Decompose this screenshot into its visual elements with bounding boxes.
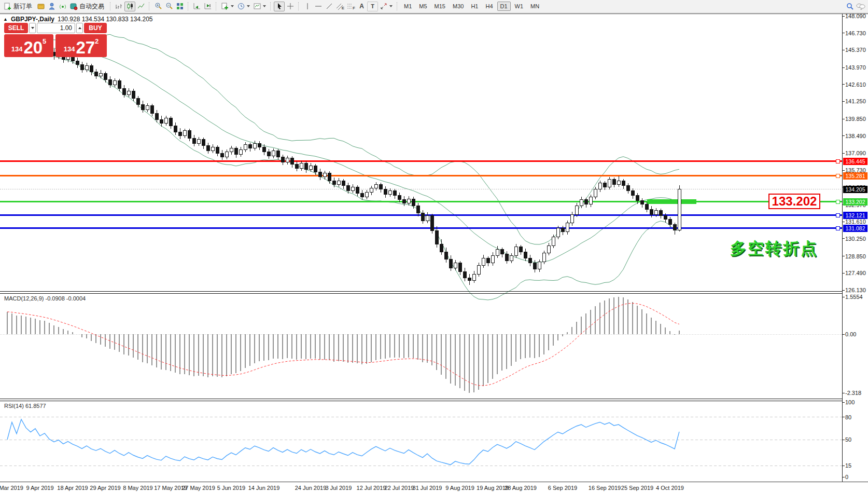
fibonacci-icon[interactable]: F — [345, 2, 356, 11]
date-label: 24 Jun 2019 — [295, 485, 327, 491]
candle-body — [566, 223, 569, 232]
candle-body — [412, 199, 415, 206]
candle-body — [379, 184, 382, 189]
candle-body — [183, 131, 186, 136]
bar-chart-icon[interactable] — [114, 2, 124, 11]
chat-icon[interactable] — [855, 2, 866, 11]
auto-trading-label[interactable]: 自动交易 — [79, 2, 104, 11]
price-tick-label: 141.250 — [845, 98, 866, 104]
signals-icon[interactable] — [57, 2, 68, 11]
text-glyph: A — [359, 3, 364, 9]
arrows-icon[interactable] — [378, 2, 389, 11]
timeframe-m5[interactable]: M5 — [416, 2, 430, 11]
macd-label: MACD(12,26,9) -0.0908 -0.0004 — [4, 295, 86, 302]
one-click-trade-panel: SELL 1.00 BUY 134 20 5 134 27 2 — [4, 23, 107, 57]
thick-trend-segment[interactable] — [647, 199, 696, 204]
candle-body — [500, 249, 503, 254]
timeframe-h1[interactable]: H1 — [468, 2, 481, 11]
timeframe-m30[interactable]: M30 — [450, 2, 467, 11]
volume-decrease-button[interactable] — [29, 23, 36, 33]
candle-body — [118, 81, 121, 88]
candle-body — [99, 73, 102, 76]
timeframe-mn[interactable]: MN — [527, 2, 542, 11]
search-icon[interactable] — [844, 2, 855, 11]
candle-body — [365, 193, 368, 197]
candle-body — [491, 255, 494, 263]
candle-body — [393, 190, 396, 196]
price-annotation-box[interactable]: 133.202 — [768, 194, 820, 209]
period-icon[interactable] — [235, 2, 246, 11]
candle-body — [463, 272, 466, 278]
sell-price-box[interactable]: 134 20 5 — [4, 34, 53, 57]
candle-body — [225, 152, 228, 157]
text-icon[interactable]: A — [356, 2, 367, 11]
buy-price-box[interactable]: 134 27 2 — [55, 34, 107, 57]
date-label: 4 Oct 2019 — [656, 485, 684, 491]
publisher-icon[interactable] — [46, 2, 57, 11]
current-price-chip: 134.205 — [843, 186, 867, 193]
horizontal-line-icon[interactable] — [313, 2, 324, 11]
tile-windows-icon[interactable] — [174, 2, 185, 11]
date-label: 25 Sep 2019 — [621, 485, 653, 491]
macd-scale-label: 1.5554 — [845, 294, 863, 300]
macd-rsi-separator[interactable] — [0, 399, 842, 401]
timeframe-w1[interactable]: W1 — [512, 2, 527, 11]
candle-body — [360, 193, 363, 197]
buy-button[interactable]: BUY — [84, 23, 107, 33]
date-label: 12 Jul 2019 — [357, 485, 386, 491]
candle-body — [678, 189, 681, 230]
level-handle[interactable] — [836, 174, 839, 177]
one-click-collapse-icon[interactable]: ▲ — [3, 17, 8, 22]
candle-body — [542, 253, 545, 262]
candle-body — [458, 263, 461, 272]
candle-body — [430, 215, 433, 230]
candle-body — [267, 152, 270, 156]
zoom-out-icon[interactable] — [163, 2, 174, 11]
price-level-chip: 135.281 — [843, 172, 867, 180]
timeframe-h4[interactable]: H4 — [482, 2, 496, 11]
level-handle[interactable] — [836, 213, 839, 217]
line-chart-icon[interactable] — [135, 2, 146, 11]
step-forward-icon[interactable] — [202, 2, 213, 11]
volume-increase-button[interactable] — [76, 23, 83, 33]
price-tick-label: 127.490 — [845, 270, 866, 276]
equidistant-channel-icon[interactable]: E — [334, 2, 345, 11]
arrows-dropdown-icon[interactable] — [389, 5, 393, 7]
level-handle[interactable] — [836, 226, 839, 230]
candle-body — [127, 91, 130, 94]
sell-price-sup: 5 — [43, 37, 46, 45]
volume-input[interactable]: 1.00 — [37, 23, 75, 33]
level-handle[interactable] — [836, 159, 839, 163]
template-dropdown-icon[interactable] — [263, 5, 266, 7]
text-label-icon[interactable]: T — [367, 2, 378, 11]
period-dropdown-icon[interactable] — [247, 5, 250, 7]
turning-point-note[interactable]: 多空转折点 — [730, 238, 818, 259]
add-indicator-icon[interactable] — [219, 2, 230, 11]
cursor-icon[interactable] — [274, 2, 285, 11]
add-indicator-dropdown-icon[interactable] — [231, 5, 234, 7]
sell-button[interactable]: SELL — [4, 23, 28, 33]
trendline-icon[interactable] — [324, 2, 334, 11]
auto-trading-icon[interactable] — [68, 2, 79, 11]
timeframe-m15[interactable]: M15 — [431, 2, 449, 11]
candle-body — [122, 88, 125, 94]
timeframe-d1[interactable]: D1 — [497, 2, 511, 11]
bollinger-band-line — [26, 34, 679, 244]
main-macd-separator[interactable] — [0, 291, 842, 294]
vertical-line-icon[interactable] — [302, 2, 313, 11]
new-order-label[interactable]: 新订单 — [13, 2, 32, 11]
candlestick-chart-icon[interactable] — [124, 2, 135, 11]
level-handle[interactable] — [836, 200, 839, 203]
candle-body — [402, 199, 405, 203]
candle-body — [188, 131, 191, 138]
template-icon[interactable] — [251, 2, 262, 11]
candle-body — [197, 140, 200, 143]
history-icon[interactable] — [35, 2, 46, 11]
date-axis[interactable]: 31 Mar 20199 Apr 201918 Apr 201929 Apr 2… — [0, 482, 868, 492]
zoom-in-icon[interactable] — [152, 2, 163, 11]
candle-body — [426, 215, 429, 221]
crosshair-icon[interactable] — [285, 2, 296, 11]
timeframe-m1[interactable]: M1 — [401, 2, 415, 11]
new-order-icon[interactable] — [2, 2, 13, 11]
step-back-icon[interactable] — [191, 2, 202, 11]
